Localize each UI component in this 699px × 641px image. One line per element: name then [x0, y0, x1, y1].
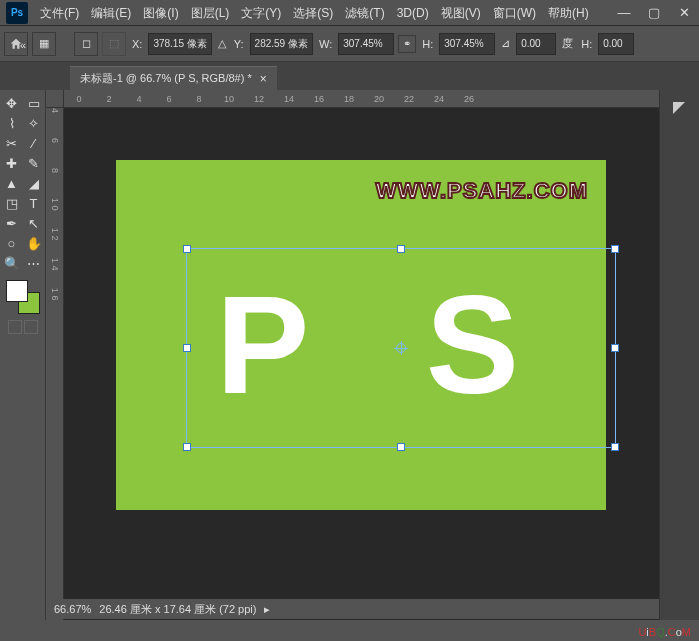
doc-dimensions[interactable]: 26.46 厘米 x 17.64 厘米 (72 ppi)	[99, 602, 256, 617]
h-field[interactable]: 307.45%	[439, 33, 495, 55]
reference-point-icon[interactable]: ▦	[32, 32, 56, 56]
maximize-button[interactable]: ▢	[639, 0, 669, 26]
w-field[interactable]: 307.45%	[338, 33, 394, 55]
canvas-area: 02468101214161820222426 4681 01 21 41 6 …	[46, 90, 659, 620]
handle-top-right[interactable]	[611, 245, 619, 253]
menu-select[interactable]: 选择(S)	[287, 0, 339, 26]
eyedropper-tool[interactable]: ⁄	[24, 134, 44, 152]
zoom-tool[interactable]: 🔍	[2, 254, 22, 272]
zoom-value[interactable]: 66.67%	[54, 603, 91, 615]
swatches-panel-icon[interactable]	[671, 100, 689, 118]
handle-mid-left[interactable]	[183, 344, 191, 352]
pen-tool[interactable]: ✒	[2, 214, 22, 232]
x-label: X:	[130, 38, 144, 50]
document-tab-title: 未标题-1 @ 66.7% (P S, RGB/8#) *	[80, 71, 252, 86]
menu-file[interactable]: 文件(F)	[34, 0, 85, 26]
menu-edit[interactable]: 编辑(E)	[85, 0, 137, 26]
shape-tool[interactable]: ○	[2, 234, 22, 252]
h-label: H:	[420, 38, 435, 50]
menu-layer[interactable]: 图层(L)	[185, 0, 236, 26]
ruler-vertical[interactable]: 4681 01 21 41 6	[46, 108, 64, 620]
color-swatches[interactable]	[6, 280, 40, 314]
move-tool[interactable]: ✥	[2, 94, 22, 112]
handle-top-left[interactable]	[183, 245, 191, 253]
heal-tool[interactable]: ✚	[2, 154, 22, 172]
lasso-tool[interactable]: ⌇	[2, 114, 22, 132]
right-panel	[659, 90, 699, 620]
tools-panel: ✥▭ ⌇✧ ✂⁄ ✚✎ ▲◢ ◳T ✒↖ ○✋ 🔍⋯	[0, 90, 46, 620]
handle-bottom-right[interactable]	[611, 443, 619, 451]
type-tool[interactable]: T	[24, 194, 44, 212]
w-label: W:	[317, 38, 334, 50]
more-tool[interactable]: ⋯	[24, 254, 44, 272]
warp-mode-icon[interactable]: ⬚	[102, 32, 126, 56]
hand-tool[interactable]: ✋	[24, 234, 44, 252]
handle-bottom-left[interactable]	[183, 443, 191, 451]
y-label: Y:	[232, 38, 246, 50]
gradient-tool[interactable]: ◳	[2, 194, 22, 212]
status-bar: 66.67% 26.46 厘米 x 17.64 厘米 (72 ppi) ▸	[46, 599, 659, 619]
collapse-icon[interactable]: «	[14, 36, 32, 54]
options-bar: ▦ ◻ ⬚ X: 378.15 像素 △ Y: 282.59 像素 W: 307…	[0, 26, 699, 62]
x-field[interactable]: 378.15 像素	[148, 33, 211, 55]
quickmask-icon[interactable]	[8, 320, 22, 334]
angle-unit: 度	[560, 36, 575, 51]
screenmode-icon[interactable]	[24, 320, 38, 334]
crop-tool[interactable]: ✂	[2, 134, 22, 152]
menu-image[interactable]: 图像(I)	[137, 0, 184, 26]
document-tabbar: « 未标题-1 @ 66.7% (P S, RGB/8#) * ×	[0, 62, 699, 90]
ruler-origin[interactable]	[46, 90, 64, 108]
menu-window[interactable]: 窗口(W)	[487, 0, 542, 26]
minimize-button[interactable]: —	[609, 0, 639, 26]
tab-close-icon[interactable]: ×	[260, 72, 267, 86]
h2-label: H:	[579, 38, 594, 50]
y-field[interactable]: 282.59 像素	[250, 33, 313, 55]
app-icon: Ps	[6, 2, 28, 24]
angle-icon: ⊿	[499, 37, 512, 50]
skew-field[interactable]: 0.00	[598, 33, 634, 55]
menubar: Ps 文件(F) 编辑(E) 图像(I) 图层(L) 文字(Y) 选择(S) 滤…	[0, 0, 699, 26]
handle-mid-right[interactable]	[611, 344, 619, 352]
menu-help[interactable]: 帮助(H)	[542, 0, 595, 26]
close-button[interactable]: ✕	[669, 0, 699, 26]
wand-tool[interactable]: ✧	[24, 114, 44, 132]
ruler-horizontal[interactable]: 02468101214161820222426	[64, 90, 659, 108]
eraser-tool[interactable]: ◢	[24, 174, 44, 192]
angle-field[interactable]: 0.00	[516, 33, 556, 55]
menu-view[interactable]: 视图(V)	[435, 0, 487, 26]
foreground-color[interactable]	[6, 280, 28, 302]
brush-tool[interactable]: ✎	[24, 154, 44, 172]
stamp-tool[interactable]: ▲	[2, 174, 22, 192]
transform-center[interactable]	[396, 343, 406, 353]
marquee-tool[interactable]: ▭	[24, 94, 44, 112]
transform-mode-icon[interactable]: ◻	[74, 32, 98, 56]
link-icon[interactable]: ⚭	[398, 35, 416, 53]
handle-bottom-center[interactable]	[397, 443, 405, 451]
menu-type[interactable]: 文字(Y)	[235, 0, 287, 26]
handle-top-center[interactable]	[397, 245, 405, 253]
site-watermark: UiBQ.CoM	[638, 623, 691, 639]
path-tool[interactable]: ↖	[24, 214, 44, 232]
menu-3d[interactable]: 3D(D)	[391, 0, 435, 26]
menu-filter[interactable]: 滤镜(T)	[339, 0, 390, 26]
watermark-text: WWW.PSAHZ.COM	[376, 178, 588, 204]
status-chevron-icon[interactable]: ▸	[264, 603, 270, 616]
document-tab[interactable]: 未标题-1 @ 66.7% (P S, RGB/8#) * ×	[70, 66, 277, 90]
delta-icon[interactable]: △	[216, 37, 228, 50]
transform-bounding-box[interactable]	[186, 248, 616, 448]
